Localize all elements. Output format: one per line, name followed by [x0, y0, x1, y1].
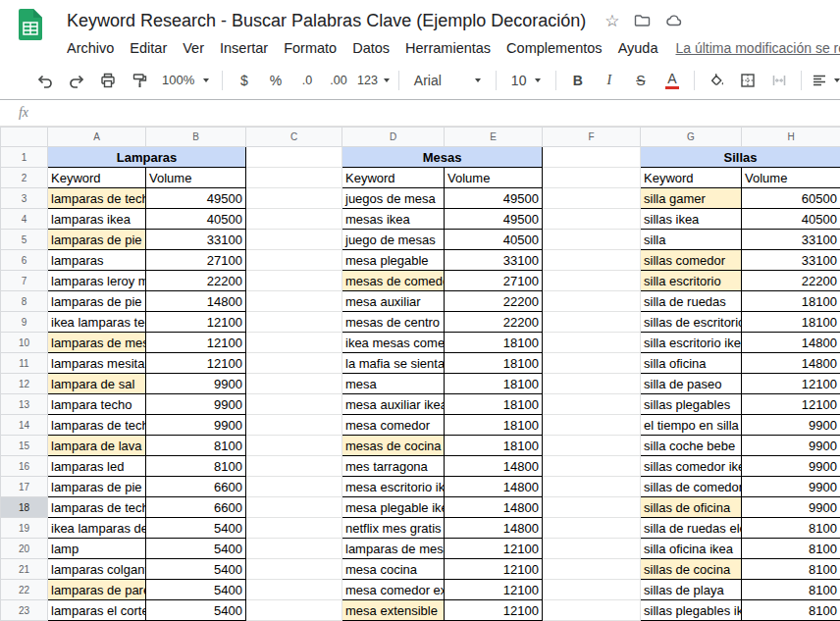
cell-H21[interactable]: 8100 [742, 559, 840, 580]
cell-G10[interactable]: silla escritorio ikea [641, 333, 742, 353]
cell-D22[interactable]: mesa comedor exter [342, 580, 445, 600]
cell-C13[interactable] [246, 394, 342, 415]
cell-F13[interactable] [543, 394, 641, 415]
cell-G14[interactable]: el tiempo en silla [641, 415, 742, 436]
cell-F8[interactable] [543, 291, 641, 312]
menu-complementos[interactable]: Complementos [499, 38, 610, 58]
cell-F20[interactable] [543, 539, 641, 559]
cell-G4[interactable]: sillas ikea [641, 209, 742, 230]
merged-header-mesas[interactable]: Mesas [342, 147, 543, 168]
cell-C12[interactable] [246, 374, 342, 394]
merge-cells-button[interactable] [766, 67, 792, 94]
cell-A3[interactable]: lamparas de techo [48, 188, 146, 209]
star-icon[interactable]: ☆ [604, 11, 619, 31]
cell-B13[interactable]: 9900 [146, 394, 246, 415]
cell-E21[interactable]: 12100 [445, 559, 543, 580]
text-color-button[interactable]: A [659, 67, 685, 94]
cell-C5[interactable] [246, 230, 342, 250]
bold-button[interactable]: B [565, 67, 591, 94]
cell-E4[interactable]: 49500 [445, 209, 543, 230]
cell-F19[interactable] [543, 518, 641, 539]
cell-D15[interactable]: mesas de cocina [342, 436, 445, 456]
cell-B14[interactable]: 9900 [146, 415, 246, 436]
cell-C16[interactable] [246, 456, 342, 477]
cell-H7[interactable]: 22200 [742, 271, 840, 291]
column-header-D[interactable]: D [342, 128, 445, 147]
row-header-10[interactable]: 10 [1, 333, 48, 353]
menu-herramientas[interactable]: Herramientas [397, 38, 499, 58]
cell-G22[interactable]: sillas de playa [641, 580, 742, 600]
cell-A22[interactable]: lamparas de pared [48, 580, 146, 600]
cell-C14[interactable] [246, 415, 342, 436]
cell-A16[interactable]: lamparas led [48, 456, 146, 477]
cell-A12[interactable]: lampara de sal [48, 374, 146, 394]
cell-E10[interactable]: 18100 [445, 333, 543, 353]
cell-F2[interactable] [543, 168, 641, 188]
cell-H15[interactable]: 9900 [742, 436, 840, 456]
cell-F5[interactable] [543, 230, 641, 250]
cell-C1[interactable] [246, 147, 342, 168]
cell-C9[interactable] [246, 312, 342, 333]
cell-C17[interactable] [246, 477, 342, 497]
column-header-F[interactable]: F [543, 128, 641, 147]
cell-G23[interactable]: sillas plegables ikea [641, 600, 742, 621]
cell-B8[interactable]: 14800 [146, 291, 246, 312]
cell-F9[interactable] [543, 312, 641, 333]
cell-B10[interactable]: 12100 [146, 333, 246, 353]
cell-D4[interactable]: mesas ikea [342, 209, 445, 230]
column-header-E[interactable]: E [445, 128, 543, 147]
cell-B3[interactable]: 49500 [146, 188, 246, 209]
cell-D12[interactable]: mesa [342, 374, 445, 394]
cell-G5[interactable]: silla [641, 230, 742, 250]
cell-G7[interactable]: silla escritorio [641, 271, 742, 291]
row-header-4[interactable]: 4 [1, 209, 48, 230]
cell-E13[interactable]: 18100 [445, 394, 543, 415]
cell-B17[interactable]: 6600 [146, 477, 246, 497]
cell-E15[interactable]: 18100 [445, 436, 543, 456]
cell-E22[interactable]: 12100 [445, 580, 543, 600]
cell-A19[interactable]: ikea lamparas de me [48, 518, 146, 539]
cell-C7[interactable] [246, 271, 342, 291]
cell-E17[interactable]: 14800 [445, 477, 543, 497]
cell-F21[interactable] [543, 559, 641, 580]
cell-H16[interactable]: 9900 [742, 456, 840, 477]
cell-B12[interactable]: 9900 [146, 374, 246, 394]
cell-A17[interactable]: lamparas de pie lero [48, 477, 146, 497]
column-header-C[interactable]: C [246, 128, 342, 147]
cell-F6[interactable] [543, 250, 641, 271]
move-to-folder-icon[interactable] [633, 12, 651, 29]
cell-A4[interactable]: lamparas ikea [48, 209, 146, 230]
menu-ayuda[interactable]: Ayuda [610, 38, 666, 58]
undo-button[interactable] [32, 67, 58, 94]
cell-F3[interactable] [543, 188, 641, 209]
row-header-1[interactable]: 1 [1, 147, 48, 168]
cell-H14[interactable]: 9900 [742, 415, 840, 436]
cell-H2[interactable]: Volume [742, 168, 840, 188]
cell-H17[interactable]: 9900 [742, 477, 840, 497]
row-header-7[interactable]: 7 [1, 271, 48, 291]
horizontal-align-button[interactable] [811, 67, 840, 94]
paint-format-button[interactable] [127, 67, 152, 94]
cell-A21[interactable]: lamparas colgantes [48, 559, 146, 580]
cell-H9[interactable]: 18100 [742, 312, 840, 333]
cell-D18[interactable]: mesa plegable ikea [342, 497, 445, 518]
cell-C22[interactable] [246, 580, 342, 600]
cell-G15[interactable]: silla coche bebe [641, 436, 742, 456]
formula-input[interactable] [47, 100, 840, 126]
cell-B16[interactable]: 8100 [146, 456, 246, 477]
cell-E3[interactable]: 49500 [445, 188, 543, 209]
cell-F1[interactable] [543, 147, 641, 168]
cell-G11[interactable]: silla oficina [641, 353, 742, 374]
borders-button[interactable] [735, 67, 761, 94]
cell-H18[interactable]: 9900 [742, 497, 840, 518]
cell-E5[interactable]: 40500 [445, 230, 543, 250]
decrease-decimals-button[interactable]: .0 [294, 67, 320, 94]
cell-F23[interactable] [543, 600, 641, 621]
more-formats-button[interactable]: 123 [357, 67, 390, 94]
cell-F16[interactable] [543, 456, 641, 477]
menu-editar[interactable]: Editar [122, 38, 175, 58]
cell-H3[interactable]: 60500 [742, 188, 840, 209]
cell-D9[interactable]: mesas de centro [342, 312, 445, 333]
sheets-logo[interactable] [18, 8, 43, 45]
menu-insertar[interactable]: Insertar [212, 38, 276, 58]
